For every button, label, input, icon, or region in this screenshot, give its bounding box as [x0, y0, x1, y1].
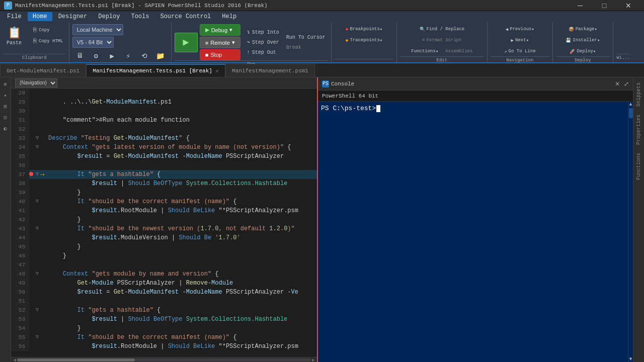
sidebar-icon-2[interactable]: ✦	[1, 90, 10, 100]
next-button[interactable]: ▶ Next ▾	[509, 35, 531, 45]
sidebar-icon-4[interactable]: ⊡	[1, 113, 10, 122]
sidebar-icon-5[interactable]: ◐	[1, 124, 10, 133]
maximize-button[interactable]: □	[593, 0, 616, 11]
code-line-6[interactable]: 33▽Describe "Testing Get-ModuleManifest"…	[11, 134, 317, 143]
line-expand-28[interactable]: ▽	[34, 333, 40, 342]
step-over-button[interactable]: ↷ Step Over	[243, 38, 282, 47]
assemblies-button[interactable]: Assemblies	[443, 46, 475, 56]
menu-source-control[interactable]: Source Control	[155, 12, 216, 21]
code-line-13[interactable]: 40▽ It "should be the correct manifest (…	[11, 197, 317, 206]
platform-btn-3[interactable]: ▶	[105, 49, 120, 63]
break-button[interactable]: Break	[284, 43, 328, 52]
functions-button[interactable]: Functions ▾	[409, 46, 441, 56]
sidebar-icon-3[interactable]: ⊞	[1, 102, 10, 111]
arch-dropdown[interactable]: V5 - 64 Bit	[72, 37, 114, 48]
step-into-button[interactable]: ↴ Step Into	[243, 28, 282, 37]
step-out-button[interactable]: ↑ Step Out	[243, 48, 282, 57]
code-line-14[interactable]: 41 $result.RootModule | Should BeLike "*…	[11, 206, 317, 215]
stop-button[interactable]: ■ Remote ▾	[200, 37, 240, 48]
console-expand-button[interactable]: ⤢	[624, 80, 629, 87]
code-line-22[interactable]: 49 Get-Module PSScriptAnalyzer | Remove-…	[11, 279, 317, 288]
console-tab[interactable]: PS Console	[322, 80, 354, 87]
code-line-15[interactable]: 42 }	[11, 215, 317, 224]
line-expand-6[interactable]: ▽	[34, 134, 40, 143]
find-replace-button[interactable]: 🔍 Find / Replace	[417, 24, 467, 34]
scroll-right-btn[interactable]: ▶	[311, 357, 316, 363]
platform-btn-1[interactable]: 🖥	[72, 49, 88, 63]
console-body[interactable]: PS C:\ps-test>	[318, 102, 628, 362]
breakpoints-button[interactable]: ● Breakpoints ▾	[343, 24, 385, 34]
tab-manifest-tests[interactable]: ManifestManagement.Tests.ps1 [Break] ✕	[86, 64, 225, 77]
code-line-18[interactable]: 45 }	[11, 242, 317, 251]
line-expand-16[interactable]: ▽	[34, 224, 40, 233]
platform-btn-4[interactable]: ⚡	[121, 49, 136, 63]
tab-manifest-psm1[interactable]: ManifestManagement.psm1	[225, 64, 315, 77]
sidebar-icon-1[interactable]: ⊕	[1, 79, 10, 88]
close-button[interactable]: ✕	[617, 0, 640, 11]
code-line-10[interactable]: 37▽→ It "gets a hashtable" {	[11, 170, 317, 179]
code-line-2[interactable]: 29 . ..\..\Get-ModuleManifest.ps1	[11, 98, 317, 107]
code-line-11[interactable]: 38 $result | Should BeOfType System.Coll…	[11, 179, 317, 188]
code-line-28[interactable]: 55▽ It "should be the correct manifest (…	[11, 333, 317, 342]
code-line-3[interactable]: 30	[11, 107, 317, 116]
line-expand-21[interactable]: ▽	[34, 269, 40, 279]
installer-button[interactable]: 💾 Installer ▾	[563, 35, 602, 45]
horizontal-scrollbar[interactable]: ◀ ▶	[11, 357, 317, 362]
code-line-7[interactable]: 34▽ Context "gets latest version of modu…	[11, 143, 317, 152]
copy-html-button[interactable]: ⎘ Copy HTML	[28, 36, 66, 46]
code-line-20[interactable]: 47	[11, 260, 317, 269]
line-expand-13[interactable]: ▽	[34, 197, 40, 206]
debug-button[interactable]: ▶ Debug ▾	[200, 24, 240, 36]
menu-home[interactable]: Home	[28, 12, 52, 21]
platform-btn-5[interactable]: ⟲	[137, 49, 152, 63]
line-expand-25[interactable]: ▽	[34, 306, 40, 315]
previous-button[interactable]: ◀ Previous ▾	[503, 24, 537, 34]
line-expand-10[interactable]: ▽	[34, 170, 40, 179]
code-line-24[interactable]: 51	[11, 297, 317, 306]
go-to-line-button[interactable]: ↗ Go To Line	[502, 46, 538, 56]
package-button[interactable]: 📦 Package ▾	[566, 24, 600, 34]
right-sidebar-functions[interactable]: Functions	[635, 150, 642, 183]
console-scrollbar[interactable]: ▲ ▼	[628, 102, 633, 362]
code-line-1[interactable]: 28	[11, 88, 317, 98]
copy-button[interactable]: ⎘ Copy	[28, 25, 66, 35]
code-line-21[interactable]: 48▽ Context "gets module by name and ver…	[11, 269, 317, 279]
menu-file[interactable]: File	[2, 12, 27, 21]
tab-get-module-manifest[interactable]: Get-ModuleManifest.ps1	[0, 64, 86, 77]
paste-button[interactable]: 📋 Paste	[3, 24, 25, 47]
menu-tools[interactable]: Tools	[126, 12, 154, 21]
code-line-12[interactable]: 39 }	[11, 188, 317, 197]
console-scroll-up[interactable]: ▲	[629, 102, 632, 107]
platform-btn-2[interactable]: ⚙	[89, 49, 104, 63]
code-line-17[interactable]: 44 $result.ModuleVersion | Should Be '1.…	[11, 233, 317, 242]
scroll-left-btn[interactable]: ◀	[12, 357, 17, 363]
code-line-5[interactable]: 32	[11, 125, 317, 134]
editor-code[interactable]: 2829 . ..\..\Get-ModuleManifest.ps13031 …	[11, 88, 317, 357]
code-line-26[interactable]: 53 $result | Should BeOfType System.Coll…	[11, 315, 317, 324]
run-to-cursor-button[interactable]: Run To Cursor	[284, 33, 328, 42]
right-sidebar-properties[interactable]: Properties	[635, 112, 642, 148]
menu-designer[interactable]: Designer	[53, 12, 93, 21]
console-scroll-down[interactable]: ▼	[629, 356, 632, 362]
stop-run-button[interactable]: ■ Stop	[200, 49, 240, 60]
code-line-9[interactable]: 36	[11, 161, 317, 170]
format-script-button[interactable]: ≡ Format Script	[420, 35, 464, 45]
deploy-button[interactable]: 🚀 Deploy ▾	[567, 46, 598, 56]
editor-nav-select[interactable]: (Navigation)	[15, 78, 57, 87]
code-line-29[interactable]: 56 $result.RootModule | Should BeLike "*…	[11, 342, 317, 351]
console-close-button[interactable]: ✕	[615, 80, 620, 87]
run-button[interactable]: ▶	[175, 33, 198, 52]
code-line-19[interactable]: 46 }	[11, 251, 317, 260]
menu-help[interactable]: Help	[217, 12, 242, 21]
code-line-4[interactable]: 31 "comment">#Run each module function	[11, 116, 317, 125]
tracepoints-button[interactable]: ◆ Tracepoints ▾	[343, 35, 385, 45]
right-sidebar-snippets[interactable]: Snippets	[635, 79, 642, 110]
platform-btn-6[interactable]: 📁	[153, 49, 168, 63]
tab-manifest-tests-close[interactable]: ✕	[215, 67, 219, 75]
code-line-8[interactable]: 35 $result = Get-ModuleManifest -ModuleN…	[11, 152, 317, 161]
code-line-16[interactable]: 43▽ It "should be the newest version (1.…	[11, 224, 317, 233]
line-expand-7[interactable]: ▽	[34, 143, 40, 152]
code-line-25[interactable]: 52▽ It "gets a hashtable" {	[11, 306, 317, 315]
code-line-27[interactable]: 54 }	[11, 324, 317, 333]
machine-dropdown[interactable]: Local Machine	[72, 24, 123, 35]
